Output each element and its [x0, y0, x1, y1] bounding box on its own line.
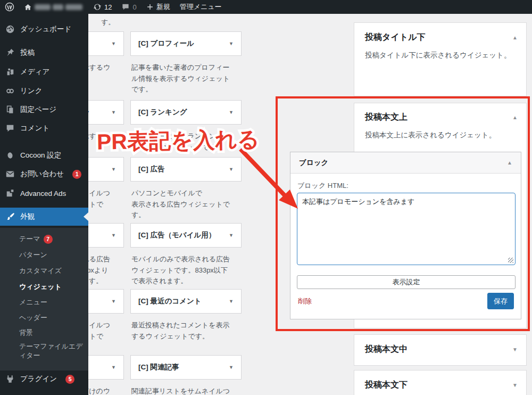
- sidebar-item-label: お問い合わせ: [20, 169, 64, 179]
- link-icon: [5, 86, 15, 96]
- admin-sidebar: ダッシュボード 投稿 メディア リンク 固定ページ コメント Cocoon 設定: [0, 14, 88, 395]
- chevron-down-icon[interactable]: ▼: [229, 110, 234, 115]
- sidebar-item-label: Cocoon 設定: [20, 151, 61, 160]
- sidebar-item-label: プラグイン: [20, 374, 57, 384]
- comments-count: 0: [132, 3, 136, 11]
- submenu-item-background[interactable]: 背景: [0, 328, 88, 337]
- comments-link[interactable]: 0: [117, 0, 141, 14]
- delete-widget-link[interactable]: 削除: [298, 297, 312, 306]
- sidebar-item-cocoon-settings[interactable]: Cocoon 設定: [0, 147, 88, 163]
- chevron-down-icon[interactable]: ▼: [111, 365, 116, 370]
- submenu-item-customize[interactable]: カスタマイズ: [0, 266, 88, 275]
- submenu-item-menus[interactable]: メニュー: [0, 298, 88, 307]
- submenu-item-patterns[interactable]: パターン: [0, 250, 88, 259]
- admin-menu-label: 管理メニュー: [180, 2, 222, 12]
- collapse-down-icon[interactable]: ▼: [512, 382, 518, 388]
- sidebar-item-pages[interactable]: 固定ページ: [0, 102, 88, 118]
- sidebar-item-dashboard[interactable]: ダッシュボード: [0, 21, 88, 37]
- widget-area-desc: 投稿本文上に表示されるウイジェット。: [365, 130, 496, 140]
- sidebar-item-comments[interactable]: コメント: [0, 120, 88, 136]
- widget-desc: 商品やサービスのランキング表 示をするウィジェットです。: [131, 131, 244, 153]
- chevron-down-icon[interactable]: ▼: [111, 299, 116, 304]
- sidebar-item-plugins[interactable]: プラグイン 5: [0, 371, 88, 387]
- home-icon: [24, 3, 32, 11]
- display-settings-button[interactable]: 表示設定: [297, 275, 516, 289]
- chevron-down-icon[interactable]: ▼: [229, 365, 234, 370]
- chevron-down-icon[interactable]: ▼: [111, 233, 116, 238]
- dashboard-icon: [5, 24, 15, 34]
- chevron-down-icon[interactable]: ▼: [229, 41, 234, 46]
- site-name-redacted: [35, 4, 82, 10]
- widget-area-title: 投稿タイトル下: [365, 32, 426, 43]
- widget-card-ads[interactable]: [C] 広告▼: [130, 157, 242, 182]
- collapse-up-icon[interactable]: ▲: [512, 35, 518, 40]
- chevron-down-icon[interactable]: ▼: [229, 233, 234, 238]
- block-html-label: ブロック HTML:: [297, 181, 348, 191]
- submenu-item-header[interactable]: ヘッダー: [0, 313, 88, 322]
- submenu-item-theme-file-editor[interactable]: テーマファイルエディター: [0, 342, 88, 360]
- active-item-notch: [84, 212, 88, 221]
- cocoon-icon: [5, 151, 15, 160]
- widget-desc: 最近投稿されたコメントを表示 するウィジェットです。: [131, 320, 244, 342]
- widget-card-related-posts[interactable]: [C] 関連記事▼: [130, 355, 242, 380]
- plus-icon: [146, 3, 154, 11]
- sidebar-item-links[interactable]: リンク: [0, 83, 88, 99]
- sidebar-item-label: ダッシュボード: [20, 24, 71, 34]
- widget-area-desc: 投稿タイトル下に表示されるウイジェット。: [365, 51, 511, 60]
- block-widget-header[interactable]: ブロック ▲: [290, 152, 521, 174]
- sidebar-item-appearance[interactable]: 外観: [0, 208, 88, 226]
- chevron-down-icon[interactable]: ▼: [229, 167, 234, 172]
- sidebar-item-contact[interactable]: お問い合わせ 1: [0, 166, 88, 182]
- sidebar-item-label: コメント: [20, 124, 49, 133]
- paintbrush-icon: [5, 212, 15, 221]
- comments-bubble-icon: [121, 3, 130, 11]
- submenu-item-themes[interactable]: テーマ7: [0, 234, 88, 244]
- sidebar-item-label: Advanced Ads: [20, 190, 66, 198]
- updates-icon: [93, 3, 102, 11]
- media-icon: [5, 67, 15, 77]
- widget-card-recent-comments[interactable]: [C] 最近のコメント▼: [130, 289, 242, 314]
- wordpress-logo-icon[interactable]: [0, 0, 19, 14]
- sidebar-item-label: メディア: [20, 67, 49, 77]
- sidebar-item-posts[interactable]: 投稿: [0, 45, 88, 61]
- block-widget-panel: ブロック ▲ ブロック HTML: 本記事はプロモーションを含みます 表示設定 …: [290, 152, 521, 319]
- collapse-up-icon[interactable]: ▲: [507, 160, 512, 166]
- widget-area-post-body-middle: 投稿本文中 ▼: [354, 334, 527, 366]
- save-button[interactable]: 保存: [487, 293, 514, 309]
- chevron-down-icon[interactable]: ▼: [111, 41, 116, 46]
- pages-icon: [5, 105, 15, 114]
- sidebar-item-label: リンク: [20, 86, 42, 96]
- sidebar-item-advanced-ads[interactable]: Advanced Ads: [0, 185, 88, 201]
- block-widget-title: ブロック: [299, 158, 328, 168]
- new-content-link[interactable]: 新規: [142, 0, 175, 14]
- widget-area-post-title-below: 投稿タイトル下 ▲ 投稿タイトル下に表示されるウイジェット。: [354, 22, 527, 96]
- widget-card-ranking[interactable]: [C] ランキング▼: [130, 100, 242, 125]
- widget-card-profile[interactable]: [C] プロフィール▼: [130, 31, 242, 56]
- widget-area-title: 投稿本文中: [365, 344, 408, 355]
- site-name-link[interactable]: [19, 0, 87, 14]
- widget-desc: 記事を書いた著者のプロフィー ル情報を表示するウィジェット です。: [131, 62, 244, 95]
- chevron-down-icon[interactable]: ▼: [111, 167, 116, 172]
- new-content-label: 新規: [156, 2, 170, 12]
- block-html-textarea[interactable]: 本記事はプロモーションを含みます: [297, 193, 516, 265]
- collapse-up-icon[interactable]: ▲: [512, 114, 518, 120]
- widget-area-title: 投稿本文下: [365, 380, 408, 391]
- submenu-item-widgets[interactable]: ウィジェット: [0, 282, 88, 291]
- plugins-badge: 5: [65, 375, 74, 384]
- admin-menu-link[interactable]: 管理メニュー: [175, 0, 227, 14]
- pushpin-icon: [5, 48, 15, 57]
- comments-icon: [5, 124, 15, 133]
- updates-link[interactable]: 12: [88, 0, 117, 14]
- plugin-icon: [5, 374, 15, 384]
- widget-desc: モバイルのみで表示される広告 ウィジェットです。833px以下 で表示されます。: [131, 254, 244, 287]
- collapse-down-icon[interactable]: ▼: [512, 347, 518, 352]
- advanced-ads-icon: [5, 188, 15, 198]
- chevron-down-icon[interactable]: ▼: [229, 299, 234, 304]
- sidebar-item-label: 投稿: [20, 48, 35, 57]
- widget-card-ads-mobile[interactable]: [C] 広告（モバイル用）▼: [130, 223, 242, 248]
- widget-area-title: 投稿本文上: [365, 112, 408, 123]
- sidebar-item-media[interactable]: メディア: [0, 64, 88, 80]
- contact-badge: 1: [72, 170, 81, 179]
- chevron-down-icon[interactable]: ▼: [111, 110, 116, 115]
- sidebar-item-label: 外観: [20, 212, 35, 221]
